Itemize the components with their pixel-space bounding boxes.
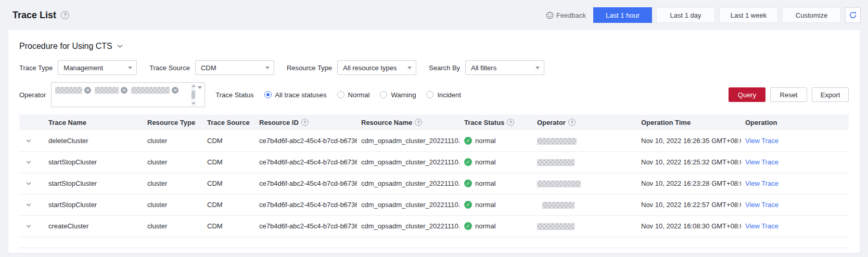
view-trace-link[interactable]: View Trace <box>745 137 778 145</box>
operator-cell <box>533 151 637 173</box>
scrollbar-thumb[interactable] <box>192 91 195 99</box>
dropdown-arrow[interactable] <box>198 89 202 98</box>
resource-name-cell: cdm_opsadm_cluster_20221110... <box>357 130 460 151</box>
redacted-text <box>55 87 82 94</box>
procedure-collapser[interactable]: Procedure for Using CTS <box>19 30 849 51</box>
reset-button[interactable]: Reset <box>770 87 807 102</box>
filter-row-1: Trace Type Management Trace Source CDM R… <box>19 60 849 75</box>
trace-source-cell: CDM <box>203 173 255 194</box>
trace-source-label: Trace Source <box>149 64 190 72</box>
col-label: Resource ID <box>259 119 299 126</box>
column-help-icon[interactable]: ? <box>507 119 514 126</box>
trace-source-value: CDM <box>201 64 216 72</box>
page-help-icon[interactable]: ? <box>61 11 69 19</box>
radio-warning[interactable]: Warning <box>380 91 416 99</box>
col-trace-source: Trace Source <box>203 114 255 130</box>
chevron-down-icon <box>535 67 540 69</box>
radio-icon <box>426 91 433 98</box>
time-range-last-1-day[interactable]: Last 1 day <box>656 7 715 23</box>
top-actions: Feedback Last 1 hour Last 1 day Last 1 w… <box>546 7 861 23</box>
redacted-text <box>95 87 119 94</box>
remove-tag-icon[interactable]: ✕ <box>172 87 178 94</box>
column-help-icon[interactable]: ? <box>301 119 309 126</box>
redacted-operator <box>537 138 577 145</box>
resource-type-value: All resource types <box>343 64 397 72</box>
row-expand-button[interactable] <box>23 178 34 189</box>
chevron-down-icon <box>117 43 122 48</box>
operator-tag-redacted: ✕ <box>131 86 178 95</box>
trace-name-cell: deleteCluster <box>44 130 143 151</box>
trace-status-filter: Trace Status All trace statuses Normal W… <box>215 91 461 99</box>
col-label: Trace Status <box>464 119 504 126</box>
view-trace-link[interactable]: View Trace <box>745 179 778 187</box>
time-range-last-1-week[interactable]: Last 1 week <box>719 7 778 23</box>
table-row: startStopCluster cluster CDM ce7b4d6f-ab… <box>19 151 849 173</box>
search-by-value: All filters <box>471 64 496 72</box>
operation-time-cell: Nov 10, 2022 16:26:35 GMT+08:00 <box>637 130 741 151</box>
resource-name-cell: cdm_opsadm_cluster_20221110... <box>357 151 460 173</box>
col-label: Operation <box>745 119 777 126</box>
trace-table: Trace Name Resource Type Trace Source Re… <box>19 114 849 248</box>
refresh-icon <box>849 11 857 19</box>
resource-id-cell: ce7b4d6f-abc2-45c4-b7cd-b6736... <box>255 215 357 237</box>
operation-time-cell: Nov 10, 2022 16:22:57 GMT+08:00 <box>637 194 741 215</box>
operation-time-cell: Nov 10, 2022 16:25:32 GMT+08:00 <box>637 151 741 173</box>
radio-all-trace-statuses[interactable]: All trace statuses <box>264 91 327 99</box>
time-range-last-1-hour[interactable]: Last 1 hour <box>593 7 652 23</box>
row-expand-button[interactable] <box>23 136 34 146</box>
expander-cell <box>19 194 44 215</box>
column-help-icon[interactable]: ? <box>415 119 422 126</box>
col-operation-time: Operation Time <box>637 114 741 130</box>
scrollbar[interactable] <box>191 84 196 106</box>
trace-status-label: Trace Status <box>215 91 253 99</box>
column-help-icon[interactable]: ? <box>568 119 576 126</box>
view-trace-link[interactable]: View Trace <box>745 222 778 230</box>
resource-type-select[interactable]: All resource types <box>337 60 416 75</box>
partial-next-row <box>19 237 849 248</box>
trace-source-select[interactable]: CDM <box>195 60 274 75</box>
status-normal-icon: ✓ <box>464 179 472 187</box>
table-row: startStopCluster cluster CDM ce7b4d6f-ab… <box>19 194 849 215</box>
resource-id-cell: ce7b4d6f-abc2-45c4-b7cd-b6736... <box>255 173 357 194</box>
feedback-button[interactable]: Feedback <box>546 11 586 19</box>
chevron-down-icon <box>27 159 31 163</box>
smiley-icon <box>546 11 554 19</box>
export-button[interactable]: Export <box>812 87 849 102</box>
radio-normal[interactable]: Normal <box>337 91 370 99</box>
query-button[interactable]: Query <box>729 87 765 102</box>
col-label: Trace Source <box>207 119 250 126</box>
remove-tag-icon[interactable]: ✕ <box>121 87 127 94</box>
view-trace-link[interactable]: View Trace <box>745 158 778 166</box>
time-range-customize[interactable]: Customize <box>782 7 841 23</box>
chevron-down-icon <box>265 67 270 69</box>
trace-source-filter: Trace Source CDM <box>149 60 274 75</box>
status-normal-icon: ✓ <box>464 137 472 145</box>
scroll-down-icon[interactable] <box>192 102 195 105</box>
expander-column-header <box>19 114 44 130</box>
chevron-down-icon <box>27 202 31 206</box>
col-label: Trace Name <box>48 119 86 126</box>
radio-incident[interactable]: Incident <box>426 91 461 99</box>
row-expand-button[interactable] <box>23 157 34 168</box>
trace-source-cell: CDM <box>203 194 255 215</box>
redacted-operator <box>537 159 575 166</box>
col-operation: Operation <box>741 114 849 130</box>
view-trace-link[interactable]: View Trace <box>745 201 778 209</box>
row-expand-button[interactable] <box>23 200 34 210</box>
chevron-down-icon <box>27 181 31 185</box>
radio-icon <box>380 91 387 98</box>
chevron-down-icon <box>407 67 412 69</box>
resource-type-cell: cluster <box>143 173 203 194</box>
col-resource-type: Resource Type <box>143 114 203 130</box>
trace-name-cell: createCluster <box>44 215 143 237</box>
scroll-up-icon[interactable] <box>192 85 195 87</box>
operator-multiselect[interactable]: ✕ ✕ ✕ <box>51 82 205 107</box>
search-by-select[interactable]: All filters <box>465 60 544 75</box>
refresh-button[interactable] <box>845 7 861 23</box>
row-expand-button[interactable] <box>23 221 34 232</box>
operator-cell <box>533 173 637 194</box>
trace-type-select[interactable]: Management <box>58 60 137 75</box>
remove-tag-icon[interactable]: ✕ <box>84 87 91 94</box>
table-row: deleteCluster cluster CDM ce7b4d6f-abc2-… <box>19 130 849 151</box>
operator-cell <box>533 215 637 237</box>
